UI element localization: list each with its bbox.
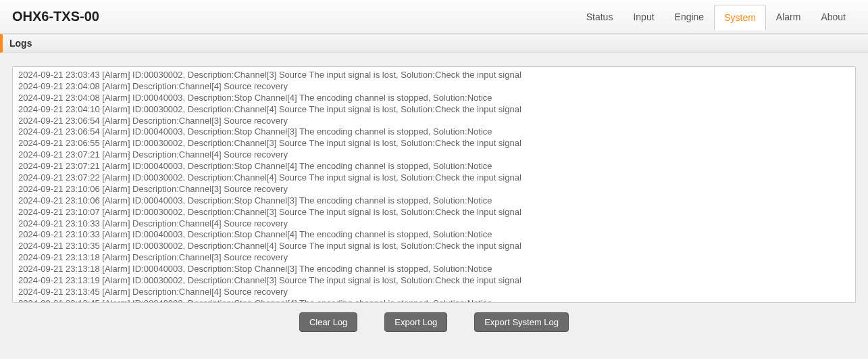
nav-tabs: StatusInputEngineSystemAlarmAbout	[576, 4, 856, 30]
log-line: 2024-09-21 23:07:21 [Alarm] ID:00040003,…	[18, 161, 850, 172]
device-title: OHX6-TXS-00	[12, 9, 99, 24]
log-line: 2024-09-21 23:13:45 [Alarm] Description:…	[18, 287, 850, 298]
log-line: 2024-09-21 23:13:18 [Alarm] ID:00040003,…	[18, 264, 850, 275]
log-line: 2024-09-21 23:04:08 [Alarm] Description:…	[18, 81, 850, 93]
header-bar: OHX6-TXS-00 StatusInputEngineSystemAlarm…	[0, 0, 868, 34]
button-row: Clear Log Export Log Export System Log	[12, 312, 856, 332]
log-line: 2024-09-21 23:10:06 [Alarm] ID:00040003,…	[18, 195, 850, 207]
log-line: 2024-09-21 23:03:43 [Alarm] ID:00030002,…	[18, 70, 850, 81]
log-line: 2024-09-21 23:06:54 [Alarm] Description:…	[18, 116, 850, 127]
export-system-log-button[interactable]: Export System Log	[474, 312, 569, 332]
tab-engine[interactable]: Engine	[665, 4, 715, 30]
tab-input[interactable]: Input	[623, 4, 664, 30]
tab-alarm[interactable]: Alarm	[766, 4, 811, 30]
log-line: 2024-09-21 23:13:45 [Alarm] ID:00040003,…	[18, 298, 850, 303]
tab-about[interactable]: About	[811, 4, 856, 30]
tab-status[interactable]: Status	[576, 4, 623, 30]
log-line: 2024-09-21 23:06:55 [Alarm] ID:00030002,…	[18, 138, 850, 149]
log-line: 2024-09-21 23:04:10 [Alarm] ID:00030002,…	[18, 104, 850, 116]
log-line: 2024-09-21 23:06:54 [Alarm] ID:00040003,…	[18, 126, 850, 138]
tab-system[interactable]: System	[714, 5, 766, 30]
content-area: 2024-09-21 23:03:43 [Alarm] ID:00030002,…	[0, 66, 868, 345]
log-textarea[interactable]: 2024-09-21 23:03:43 [Alarm] ID:00030002,…	[12, 66, 856, 303]
log-line: 2024-09-21 23:10:06 [Alarm] Description:…	[18, 184, 850, 195]
log-line: 2024-09-21 23:07:22 [Alarm] ID:00030002,…	[18, 172, 850, 184]
log-line: 2024-09-21 23:04:08 [Alarm] ID:00040003,…	[18, 93, 850, 104]
clear-log-button[interactable]: Clear Log	[299, 312, 357, 332]
log-line: 2024-09-21 23:10:35 [Alarm] ID:00030002,…	[18, 241, 850, 252]
export-log-button[interactable]: Export Log	[384, 312, 447, 332]
section-title: Logs	[0, 34, 868, 53]
log-line: 2024-09-21 23:13:18 [Alarm] Description:…	[18, 252, 850, 264]
log-line: 2024-09-21 23:13:19 [Alarm] ID:00030002,…	[18, 275, 850, 287]
log-line: 2024-09-21 23:10:33 [Alarm] Description:…	[18, 218, 850, 230]
log-line: 2024-09-21 23:07:21 [Alarm] Description:…	[18, 149, 850, 161]
log-line: 2024-09-21 23:10:33 [Alarm] ID:00040003,…	[18, 229, 850, 241]
log-line: 2024-09-21 23:10:07 [Alarm] ID:00030002,…	[18, 207, 850, 218]
